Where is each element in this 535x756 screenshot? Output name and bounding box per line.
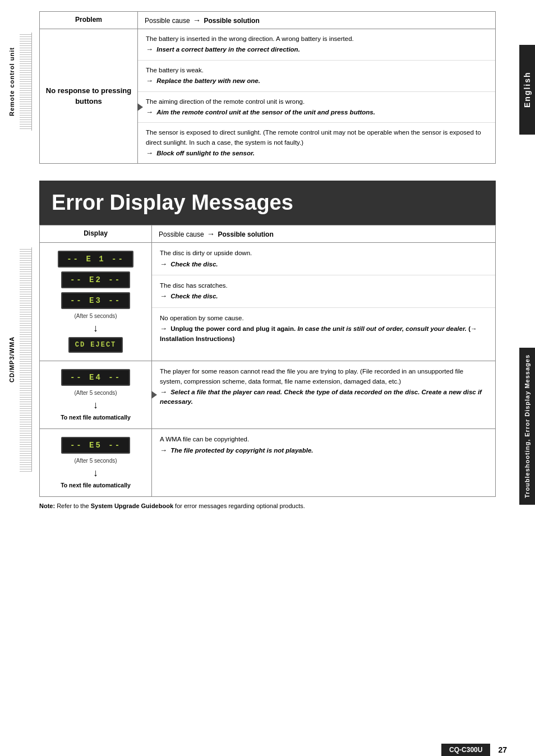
err-cause-2-1: The player for some reason cannot read t…: [160, 368, 463, 384]
row-pointer-e4: [151, 391, 157, 399]
display-col-header: Display: [40, 225, 152, 242]
err-sol-3-1: A WMA file can be copyrighted. → The fil…: [152, 429, 495, 461]
arrow-4: →: [146, 149, 153, 157]
error-display-cell-3: -- E5 -- (After 5 seconds) ↓ To next fil…: [40, 429, 152, 496]
lcd-e5: -- E5 --: [61, 437, 130, 454]
solution-1: Insert a correct battery in the correct …: [156, 46, 300, 53]
arrow-down-2: ↓: [93, 400, 98, 410]
err-header-bold: Possible solution: [218, 231, 273, 238]
cause-1: The battery is inserted in the wrong dir…: [146, 35, 354, 42]
solution-item-1: The battery is inserted in the wrong dir…: [138, 29, 495, 61]
page-footer: CQ-C300U 27: [441, 744, 507, 756]
err-cause-3-1: A WMA file can be copyrighted.: [160, 436, 249, 442]
error-solutions-cell-1: The disc is dirty or upside down. → Chec…: [152, 243, 495, 361]
stripe-remote: [20, 33, 32, 131]
stripe-cd: [20, 247, 32, 472]
arrow-down-3: ↓: [93, 468, 98, 478]
err-sol-1-3: No operation by some cause. → Unplug the…: [152, 308, 495, 349]
left-label-remote: Remote control unit: [6, 33, 18, 131]
err-arrow-1-1: →: [160, 260, 167, 268]
lcd-e4: -- E4 --: [61, 369, 130, 386]
cause-2: The battery is weak.: [146, 67, 204, 73]
remote-header-row: Problem Possible cause → Possible soluti…: [39, 11, 496, 29]
err-header-arrow: →: [207, 229, 215, 238]
error-header-row: Display Possible cause → Possible soluti…: [39, 225, 496, 242]
err-arrow-1-2: →: [160, 292, 167, 300]
arrow-2: →: [146, 76, 153, 85]
tab-troubleshooting: Troubleshooting, Error Display Messages: [519, 348, 535, 505]
solution-col-header: Possible cause → Possible solution: [138, 12, 495, 29]
err-sol-2-1: The player for some reason cannot read t…: [152, 361, 495, 412]
header-prefix: Possible cause: [145, 17, 192, 25]
error-title: Error Display Messages: [52, 191, 483, 215]
error-table-wrapper: CD/MP3/WMA Display Possible cause → Poss…: [39, 225, 496, 509]
err-cause-1-3: No operation by some cause.: [160, 315, 244, 321]
solution-item-2: The battery is weak. → Replace the batte…: [138, 61, 495, 92]
arrow-3: →: [146, 108, 153, 116]
err-arrow-2-1: →: [160, 388, 167, 396]
cause-4: The sensor is exposed to direct sunlight…: [146, 129, 481, 145]
remote-data-row: No response to pressing buttons The batt…: [39, 29, 496, 164]
error-solutions-cell-3: A WMA file can be copyrighted. → The fil…: [152, 429, 495, 496]
err-cause-1-1: The disc is dirty or upside down.: [160, 250, 252, 256]
solution-4: Block off sunlight to the sensor.: [156, 150, 255, 156]
header-bold: Possible solution: [204, 17, 259, 25]
problem-cell: No response to pressing buttons: [40, 29, 138, 163]
problem-col-header: Problem: [40, 12, 138, 29]
cause-3: The aiming direction of the remote contr…: [146, 98, 305, 105]
left-label-cd: CD/MP3/WMA: [6, 247, 18, 472]
arrow-1: →: [146, 45, 153, 53]
page-number: 27: [498, 745, 507, 754]
error-solution-col-header: Possible cause → Possible solution: [152, 225, 495, 242]
error-display-cell-2: -- E4 -- (After 5 seconds) ↓ To next fil…: [40, 361, 152, 428]
err-solution-1-3-italic: In case the unit is still out of order, …: [297, 325, 467, 332]
err-solution-3-1: The file protected by copyright is not p…: [170, 447, 313, 454]
err-arrow-3-1: →: [160, 446, 167, 454]
error-row-3: -- E5 -- (After 5 seconds) ↓ To next fil…: [39, 428, 496, 497]
to-next-file-2: To next file automatically: [61, 414, 131, 421]
note-text: Note: Refer to the System Upgrade Guideb…: [39, 503, 305, 509]
err-solution-1-2: Check the disc.: [170, 293, 218, 299]
header-arrow: →: [193, 16, 201, 25]
err-sol-1-1: The disc is dirty or upside down. → Chec…: [152, 243, 495, 275]
lcd-eject: CD EJECT: [68, 337, 123, 353]
after-seconds-3: (After 5 seconds): [74, 458, 117, 464]
error-display-cell-1: -- E 1 -- -- E2 -- -- E3 -- (After 5 sec…: [40, 243, 152, 361]
tab-english: English: [519, 45, 535, 135]
error-row-2: -- E4 -- (After 5 seconds) ↓ To next fil…: [39, 361, 496, 428]
to-next-file-3: To next file automatically: [61, 482, 131, 488]
err-arrow-1-3: →: [160, 324, 167, 333]
err-solution-1-1: Check the disc.: [170, 261, 218, 268]
error-row-1: -- E 1 -- -- E2 -- -- E3 -- (After 5 sec…: [39, 242, 496, 361]
err-solution-1-3-prefix: Unplug the power cord and plug it again.: [170, 325, 297, 332]
error-solutions-cell-2: The player for some reason cannot read t…: [152, 361, 495, 428]
row-pointer-3: [137, 103, 143, 111]
bottom-note: Note: Refer to the System Upgrade Guideb…: [39, 503, 496, 509]
solution-item-4: The sensor is exposed to direct sunlight…: [138, 123, 495, 163]
after-seconds-1: (After 5 seconds): [74, 313, 117, 319]
solution-2: Replace the battery with new one.: [156, 77, 260, 84]
lcd-e2: -- E2 --: [61, 271, 130, 288]
err-header-prefix: Possible cause: [159, 231, 206, 238]
arrow-down-1: ↓: [93, 323, 98, 333]
page-wrapper: English Troubleshooting, Error Display M…: [0, 11, 535, 756]
err-solution-2-1: Select a file that the player can read. …: [160, 389, 482, 405]
after-seconds-2: (After 5 seconds): [74, 390, 117, 396]
solution-3: Aim the remote control unit at the senso…: [156, 109, 375, 116]
solution-item-3: The aiming direction of the remote contr…: [138, 92, 495, 123]
model-number: CQ-C300U: [441, 744, 490, 756]
solutions-cell: The battery is inserted in the wrong dir…: [138, 29, 495, 163]
lcd-e3: -- E3 --: [61, 292, 130, 309]
lcd-e1: -- E 1 --: [58, 251, 133, 268]
error-title-bar: Error Display Messages: [39, 181, 496, 225]
err-cause-1-2: The disc has scratches.: [160, 282, 228, 289]
err-sol-1-2: The disc has scratches. → Check the disc…: [152, 275, 495, 308]
